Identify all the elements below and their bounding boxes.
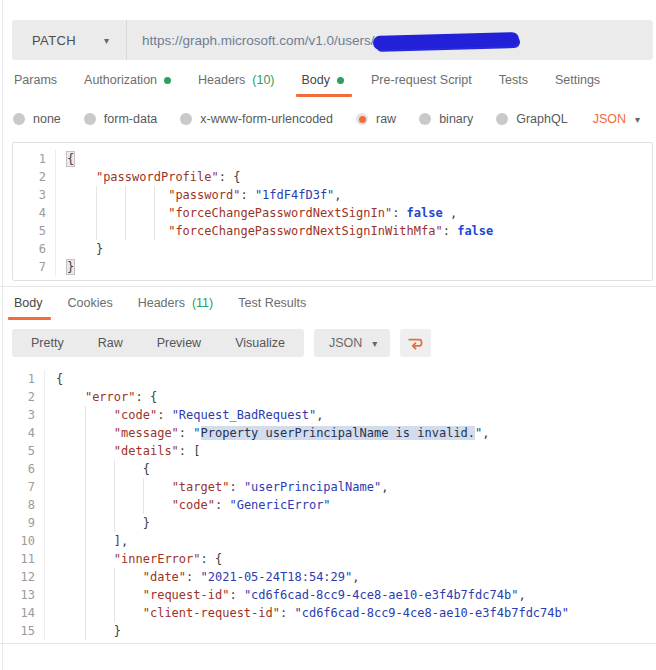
code-token: "userPrincipalName"	[244, 480, 381, 494]
code-line: 14 "client-request-id": "cd6f6cad-8cc9-4…	[0, 604, 656, 622]
code-token: :	[240, 188, 254, 202]
url-input[interactable]: https://graph.microsoft.com/v1.0/users/	[127, 20, 653, 60]
method-dropdown[interactable]: PATCH ▾	[12, 20, 127, 60]
tab-tests[interactable]: Tests	[499, 73, 528, 97]
code-token: "client-request-id"	[143, 606, 280, 620]
code-line: 5 "details": [	[0, 442, 656, 460]
request-body-editor[interactable]: 1{2 "passwordProfile": {3 "password": "1…	[12, 142, 653, 281]
indent-guide	[56, 496, 85, 514]
response-tab-cookies-label: Cookies	[68, 296, 113, 310]
line-number: 6	[13, 240, 56, 258]
radio-dot-icon	[496, 113, 508, 125]
code-line-content: "passwordProfile": {	[56, 168, 240, 186]
radio-raw[interactable]: raw	[356, 112, 396, 126]
indent-guide	[85, 568, 114, 586]
code-token: : {	[201, 552, 223, 566]
indent-guide	[67, 240, 96, 258]
indent-guide	[85, 532, 114, 550]
radio-dot-icon	[356, 113, 368, 125]
code-token: "message"	[114, 426, 179, 440]
indent-guide	[143, 478, 172, 496]
response-tab-test-results[interactable]: Test Results	[238, 296, 306, 320]
response-tab-body[interactable]: Body	[14, 296, 43, 320]
radio-graphql[interactable]: GraphQL	[496, 112, 567, 126]
tab-headers[interactable]: Headers(10)	[198, 73, 274, 97]
indent-guide	[96, 222, 125, 240]
code-line-content: }	[56, 240, 103, 258]
indent-guide	[114, 496, 143, 514]
line-number: 5	[0, 442, 45, 460]
indent-guide	[125, 222, 154, 240]
indent-guide	[56, 604, 85, 622]
radio-raw-label: raw	[376, 112, 396, 126]
code-token: false	[407, 206, 443, 220]
tab-pre-request-script[interactable]: Pre-request Script	[371, 73, 472, 97]
line-number: 13	[0, 586, 45, 604]
code-line: 1{	[0, 370, 656, 388]
view-pretty[interactable]: Pretty	[14, 329, 81, 357]
indent-guide	[85, 424, 114, 442]
code-line-content: "request-id": "cd6f6cad-8cc9-4ce8-ae10-e…	[45, 586, 526, 604]
indent-guide	[114, 604, 143, 622]
line-number: 7	[13, 258, 56, 276]
indent-guide	[56, 514, 85, 532]
line-number: 3	[13, 186, 56, 204]
radio-dot-icon	[419, 113, 431, 125]
code-token: {	[67, 152, 74, 166]
radio-none[interactable]: none	[13, 112, 61, 126]
radio-form-data[interactable]: form-data	[84, 112, 158, 126]
response-tab-cookies[interactable]: Cookies	[68, 296, 113, 320]
code-token: :	[186, 570, 200, 584]
tab-settings-label: Settings	[555, 73, 600, 87]
code-line-content: "forceChangePasswordNextSignIn": false ,	[56, 204, 457, 222]
indent-guide	[56, 550, 85, 568]
indent-guide	[67, 186, 96, 204]
response-toolbar: PrettyRawPreviewVisualize JSON ▾	[12, 329, 656, 357]
view-preview[interactable]: Preview	[140, 329, 218, 357]
response-language-selector[interactable]: JSON ▾	[314, 329, 390, 357]
indent-guide	[85, 460, 114, 478]
code-token: "code"	[114, 408, 157, 422]
code-line: 8 "code": "GenericError"	[0, 496, 656, 514]
tab-params-label: Params	[14, 73, 57, 87]
body-language-selector[interactable]: JSON ▾	[593, 112, 640, 126]
radio-x-www-form-urlencoded[interactable]: x-www-form-urlencoded	[180, 112, 333, 126]
code-token: :	[229, 588, 243, 602]
line-number: 5	[13, 222, 56, 240]
line-number: 4	[13, 204, 56, 222]
view-raw[interactable]: Raw	[81, 329, 140, 357]
code-token: {	[56, 372, 63, 386]
line-number: 3	[0, 406, 45, 424]
code-line: 2 "error": {	[0, 388, 656, 406]
indent-guide	[56, 622, 85, 640]
code-token: :	[157, 408, 171, 422]
tab-body[interactable]: Body	[302, 73, 345, 97]
tab-settings[interactable]: Settings	[555, 73, 600, 97]
response-body-editor[interactable]: 1{2 "error": {3 "code": "Request_BadRequ…	[0, 368, 656, 640]
code-line-content: "code": "Request_BadRequest",	[45, 406, 323, 424]
wrap-lines-icon	[406, 334, 425, 353]
wrap-lines-button[interactable]	[400, 329, 431, 357]
indent-guide	[154, 204, 168, 222]
indent-guide	[154, 222, 168, 240]
code-token: ],	[114, 534, 128, 548]
code-line: 7}	[13, 258, 652, 276]
code-line: 4 "forceChangePasswordNextSignIn": false…	[13, 204, 652, 222]
tab-pre-request-script-label: Pre-request Script	[371, 73, 472, 87]
tab-authorization[interactable]: Authorization	[84, 73, 171, 97]
indent-guide	[85, 514, 114, 532]
tab-params[interactable]: Params	[14, 73, 57, 97]
code-token: "target"	[172, 480, 230, 494]
method-label: PATCH	[32, 33, 76, 48]
request-body-code: 1{2 "passwordProfile": {3 "password": "1…	[13, 150, 652, 276]
radio-binary[interactable]: binary	[419, 112, 473, 126]
response-tabs: BodyCookiesHeaders(11)Test Results	[0, 296, 656, 320]
line-number: 6	[0, 460, 45, 478]
view-visualize[interactable]: Visualize	[218, 329, 302, 357]
indent-guide	[85, 478, 114, 496]
response-tab-headers[interactable]: Headers(11)	[138, 296, 214, 320]
indent-guide	[125, 204, 154, 222]
body-type-radio-group: noneform-datax-www-form-urlencodedrawbin…	[13, 112, 568, 126]
code-token: "passwordProfile"	[96, 170, 219, 184]
code-token: :	[215, 498, 229, 512]
